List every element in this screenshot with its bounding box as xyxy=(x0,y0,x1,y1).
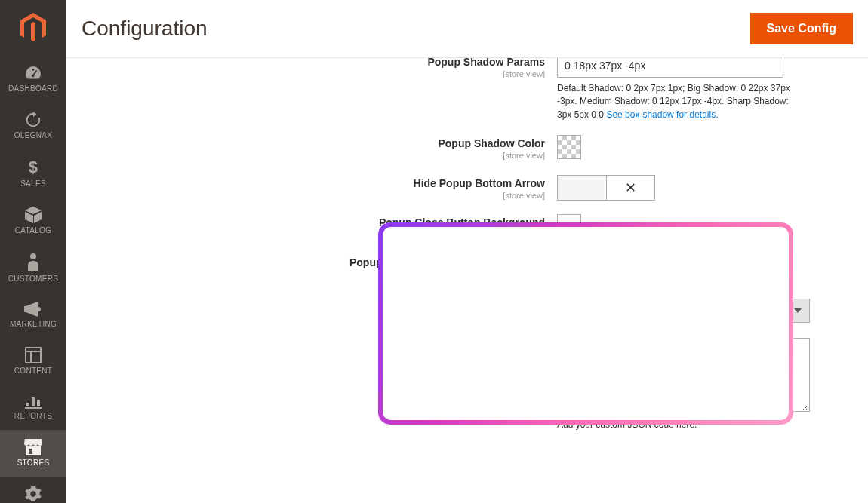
field-note: Default Shadow: 0 2px 7px 1px; Big Shado… xyxy=(557,82,799,121)
layout-icon xyxy=(0,347,66,363)
sidebar-label: STORES xyxy=(0,459,66,467)
megaphone-icon xyxy=(0,302,66,317)
bar-chart-icon xyxy=(0,394,66,409)
person-icon xyxy=(0,253,66,271)
field-custom-map-json: Custom map JSON [store view] Add your cu… xyxy=(66,338,868,431)
popup-shadow-params-input[interactable] xyxy=(557,58,783,78)
field-scope: [store view] xyxy=(66,69,545,78)
sidebar-item-catalog[interactable]: CATALOG xyxy=(0,198,66,244)
logo-cell[interactable] xyxy=(0,0,66,56)
sidebar-item-reports[interactable]: REPORTS xyxy=(0,385,66,430)
field-popup-shadow-color: Popup Shadow Color [store view] xyxy=(66,135,868,161)
field-scope: [store view] xyxy=(66,354,545,363)
close-icon: ✕ xyxy=(625,179,636,196)
sidebar-item-customers[interactable]: CUSTOMERS xyxy=(0,244,66,293)
chevron-down-icon xyxy=(786,299,810,323)
sidebar-item-stores[interactable]: STORES xyxy=(0,430,66,477)
save-config-button[interactable]: Save Config xyxy=(750,13,853,44)
sidebar-label: CATALOG xyxy=(0,226,66,235)
sidebar-label: REPORTS xyxy=(0,412,66,420)
field-scope: [store view] xyxy=(66,315,545,324)
magento-logo-icon xyxy=(20,13,46,43)
field-map-style: Map Style [store view] Custom xyxy=(66,299,868,324)
custom-map-json-textarea[interactable] xyxy=(557,338,810,412)
invert-icons-toggle[interactable]: ✕ xyxy=(557,254,655,269)
field-hide-popup-arrow: Hide Popup Bottom Arrow [store view] ✕ xyxy=(66,175,868,201)
sidebar-label: DASHBOARD xyxy=(0,84,66,93)
toggle-knob: ✕ xyxy=(606,255,654,268)
box-icon xyxy=(0,207,66,223)
field-label: Popup Shadow Params xyxy=(427,58,545,68)
field-label: Popup Close Button, Invert Icons color xyxy=(349,256,545,268)
field-scope: [store view] xyxy=(66,270,545,279)
field-popup-shadow-params: Popup Shadow Params [store view] Default… xyxy=(66,58,868,121)
field-label: Popup Shadow Color xyxy=(438,137,545,149)
refresh-icon xyxy=(0,112,66,128)
select-value: Custom xyxy=(557,299,786,323)
field-scope: [store view] xyxy=(66,230,545,239)
field-label: Custom map JSON xyxy=(449,340,545,352)
field-scope: [store view] xyxy=(66,151,545,160)
dollar-icon: $ xyxy=(0,158,66,176)
sidebar-item-dashboard[interactable]: DASHBOARD xyxy=(0,56,66,103)
hide-arrow-toggle[interactable]: ✕ xyxy=(557,175,655,201)
sidebar-item-olegnax[interactable]: OLEGNAX xyxy=(0,103,66,149)
sidebar-item-marketing[interactable]: MARKETING xyxy=(0,293,66,338)
gauge-icon xyxy=(0,65,66,81)
sidebar-item-sales[interactable]: $ SALES xyxy=(0,149,66,198)
shadow-color-swatch[interactable] xyxy=(557,135,581,159)
field-label: Hide Popup Bottom Arrow xyxy=(414,177,545,189)
config-form: Popup Shadow Params [store view] Default… xyxy=(66,58,868,503)
field-close-btn-bg: Popup Close Button Background [store vie… xyxy=(66,214,868,241)
close-bg-color-swatch[interactable] xyxy=(557,214,581,238)
field-close-invert-icons: Popup Close Button, Invert Icons color [… xyxy=(66,254,868,279)
field-label: Popup Close Button Background xyxy=(379,216,545,228)
svg-text:$: $ xyxy=(29,158,38,176)
toggle-knob: ✕ xyxy=(606,176,654,200)
sidebar-label: MARKETING xyxy=(0,320,66,328)
close-icon: ✕ xyxy=(627,256,635,267)
gear-icon xyxy=(0,486,66,502)
admin-sidebar: DASHBOARD OLEGNAX $ SALES CATALOG CUSTOM… xyxy=(0,0,66,503)
field-note: Add your custom JSON code here. xyxy=(557,419,810,431)
sidebar-item-content[interactable]: CONTENT xyxy=(0,338,66,385)
page-title: Configuration xyxy=(82,17,208,41)
sidebar-label: CONTENT xyxy=(0,367,66,375)
page-header: Configuration Save Config xyxy=(66,0,868,58)
sidebar-item-system[interactable] xyxy=(0,477,66,502)
field-scope: [store view] xyxy=(66,191,545,200)
sidebar-label: OLEGNAX xyxy=(0,131,66,140)
storefront-icon xyxy=(0,439,66,455)
box-shadow-link[interactable]: See box-shadow for details. xyxy=(606,109,718,120)
sidebar-label: SALES xyxy=(0,179,66,188)
map-style-select[interactable]: Custom xyxy=(557,299,810,323)
field-label: Map Style xyxy=(496,301,545,313)
sidebar-label: CUSTOMERS xyxy=(0,275,66,283)
